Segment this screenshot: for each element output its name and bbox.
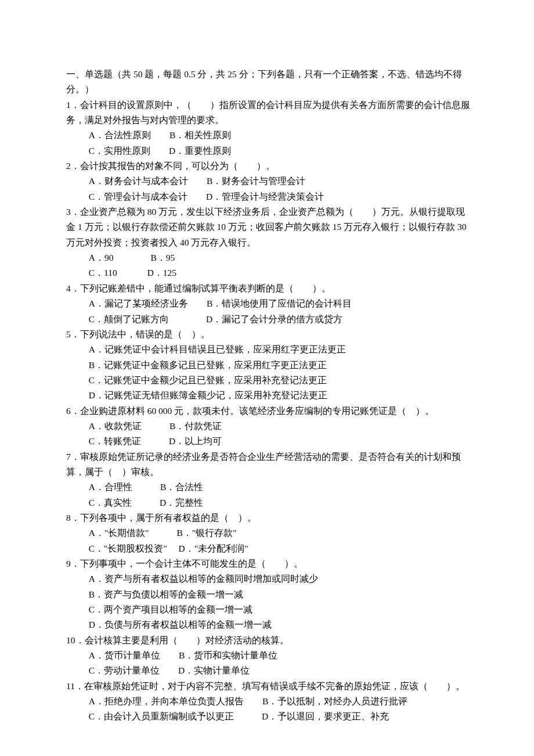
question-text: 8．下列各项中，属于所有者权益的是（ ）。 bbox=[66, 510, 470, 525]
option-row: C．"长期股权投资" D．"未分配利润" bbox=[89, 541, 470, 556]
options: A．资产与所有者权益以相等的金额同时增加或同时减少B．资产与负债以相等的金额一增… bbox=[66, 571, 470, 632]
question-text: 1．会计科目的设置原则中，（ ）指所设置的会计科目应为提供有关各方面所需要的会计… bbox=[66, 98, 470, 128]
question-block: 4．下列记账差错中，能通过编制试算平衡表判断的是（ ）。A．漏记了某项经济业务 … bbox=[66, 281, 470, 327]
question-text: 11．在审核原始凭证时，对于内容不完整、填写有错误或手续不完备的原始凭证，应该（… bbox=[66, 679, 470, 694]
question-block: 7．审核原始凭证所记录的经济业务是否符合企业生产经营活动的需要、是否符合有关的计… bbox=[66, 449, 470, 510]
option-row: A．记账凭证中会计科目错误且已登账，应采用红字更正法更正 bbox=[89, 342, 470, 357]
option-row: C．记账凭证中金额少记且已登账，应采用补充登记法更正 bbox=[89, 373, 470, 388]
option-row: A．货币计量单位 B．货币和实物计量单位 bbox=[89, 648, 470, 663]
option-row: A．拒绝办理，并向本单位负责人报告 B．予以抵制，对经办人员进行批评 bbox=[89, 694, 470, 709]
question-text: 9．下列事项中，一个会计主体不可能发生的是（ ）。 bbox=[66, 556, 470, 571]
option-row: C．劳动计量单位 D．实物计量单位 bbox=[89, 663, 470, 678]
option-row: D．记账凭证无错但账簿金额少记，应采用补充登记法更正 bbox=[89, 388, 470, 403]
exam-page: 一、单选题（共 50 题，每题 0.5 分，共 25 分；下列各题，只有一个正确… bbox=[0, 0, 534, 756]
options: A．合法性原则 B．相关性原则C．实用性原则 D．重要性原则 bbox=[66, 128, 470, 159]
question-block: 2．会计按其报告的对象不同，可以分为（ ）。A．财务会计与成本会计 B．财务会计… bbox=[66, 159, 470, 204]
option-row: C．实用性原则 D．重要性原则 bbox=[89, 143, 470, 159]
option-row: A．合理性 B．合法性 bbox=[89, 480, 470, 495]
options: A．记账凭证中会计科目错误且已登账，应采用红字更正法更正B．记账凭证中金额多记且… bbox=[66, 342, 470, 403]
option-row: D．负债与所有者权益以相等的金额一增一减 bbox=[89, 617, 470, 632]
question-block: 6．企业购进原材料 60 000 元，款项未付。该笔经济业务应编制的专用记账凭证… bbox=[66, 404, 470, 449]
option-row: C．110 D．125 bbox=[89, 265, 470, 280]
options: A．货币计量单位 B．货币和实物计量单位C．劳动计量单位 D．实物计量单位 bbox=[66, 648, 470, 679]
option-row: A．"长期借款" B．"银行存款" bbox=[89, 525, 470, 541]
option-row: A．90 B．95 bbox=[89, 250, 470, 265]
question-text: 5．下列说法中，错误的是（ ）。 bbox=[66, 327, 470, 342]
option-row: B．资产与负债以相等的金额一增一减 bbox=[89, 587, 470, 602]
options: A．财务会计与成本会计 B．财务会计与管理会计C．管理会计与成本会计 D．管理会… bbox=[66, 174, 470, 204]
option-row: C．管理会计与成本会计 D．管理会计与经营决策会计 bbox=[89, 189, 470, 204]
question-block: 10．会计核算主要是利用（ ）对经济活动的核算。A．货币计量单位 B．货币和实物… bbox=[66, 633, 470, 679]
option-row: C．真实性 D．完整性 bbox=[89, 495, 470, 510]
question-text: 7．审核原始凭证所记录的经济业务是否符合企业生产经营活动的需要、是否符合有关的计… bbox=[66, 449, 470, 480]
option-row: B．记账凭证中金额多记且已登账，应采用红字更正法更正 bbox=[89, 358, 470, 373]
questions-container: 1．会计科目的设置原则中，（ ）指所设置的会计科目应为提供有关各方面所需要的会计… bbox=[66, 98, 470, 725]
question-text: 6．企业购进原材料 60 000 元，款项未付。该笔经济业务应编制的专用记账凭证… bbox=[66, 404, 470, 419]
question-block: 8．下列各项中，属于所有者权益的是（ ）。A．"长期借款" B．"银行存款"C．… bbox=[66, 510, 470, 556]
question-block: 5．下列说法中，错误的是（ ）。A．记账凭证中会计科目错误且已登账，应采用红字更… bbox=[66, 327, 470, 404]
section-instructions: 一、单选题（共 50 题，每题 0.5 分，共 25 分；下列各题，只有一个正确… bbox=[66, 67, 470, 98]
option-row: C．颠倒了记账方向 D．漏记了会计分录的借方或贷方 bbox=[89, 312, 470, 327]
option-row: A．财务会计与成本会计 B．财务会计与管理会计 bbox=[89, 174, 470, 189]
option-row: A．资产与所有者权益以相等的金额同时增加或同时减少 bbox=[89, 571, 470, 586]
option-row: C．由会计入员重新编制或予以更正 D．予以退回，要求更正、补充 bbox=[89, 709, 470, 724]
question-block: 9．下列事项中，一个会计主体不可能发生的是（ ）。A．资产与所有者权益以相等的金… bbox=[66, 556, 470, 633]
question-block: 1．会计科目的设置原则中，（ ）指所设置的会计科目应为提供有关各方面所需要的会计… bbox=[66, 98, 470, 159]
option-row: C．转账凭证 D．以上均可 bbox=[89, 434, 470, 449]
options: A．漏记了某项经济业务 B．错误地使用了应借记的会计科目C．颠倒了记账方向 D．… bbox=[66, 296, 470, 327]
option-row: A．合法性原则 B．相关性原则 bbox=[89, 128, 470, 143]
options: A．合理性 B．合法性C．真实性 D．完整性 bbox=[66, 480, 470, 510]
options: A．"长期借款" B．"银行存款"C．"长期股权投资" D．"未分配利润" bbox=[66, 525, 470, 556]
question-text: 2．会计按其报告的对象不同，可以分为（ ）。 bbox=[66, 159, 470, 174]
options: A．收款凭证 B．付款凭证C．转账凭证 D．以上均可 bbox=[66, 419, 470, 449]
options: A．拒绝办理，并向本单位负责人报告 B．予以抵制，对经办人员进行批评C．由会计入… bbox=[66, 694, 470, 725]
option-row: C．两个资产项目以相等的金额一增一减 bbox=[89, 602, 470, 617]
question-text: 3．企业资产总额为 80 万元，发生以下经济业务后，企业资产总额为（ ）万元。从… bbox=[66, 204, 470, 250]
option-row: A．收款凭证 B．付款凭证 bbox=[89, 419, 470, 434]
option-row: A．漏记了某项经济业务 B．错误地使用了应借记的会计科目 bbox=[89, 296, 470, 311]
question-text: 4．下列记账差错中，能通过编制试算平衡表判断的是（ ）。 bbox=[66, 281, 470, 296]
question-block: 3．企业资产总额为 80 万元，发生以下经济业务后，企业资产总额为（ ）万元。从… bbox=[66, 204, 470, 281]
options: A．90 B．95C．110 D．125 bbox=[66, 250, 470, 281]
question-block: 11．在审核原始凭证时，对于内容不完整、填写有错误或手续不完备的原始凭证，应该（… bbox=[66, 679, 470, 725]
question-text: 10．会计核算主要是利用（ ）对经济活动的核算。 bbox=[66, 633, 470, 648]
